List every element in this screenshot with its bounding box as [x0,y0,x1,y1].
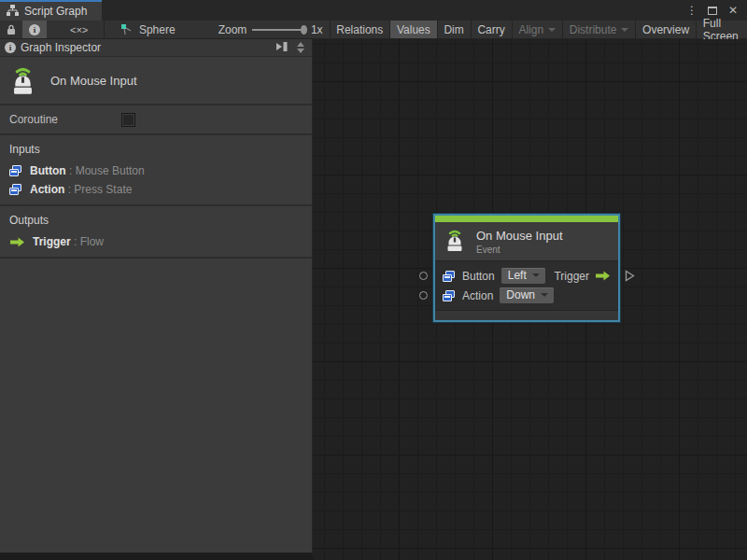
lock-icon[interactable] [0,21,22,38]
zoom-value: 1x [307,21,330,38]
output-port[interactable] [625,269,635,286]
on-mouse-input-node[interactable]: On Mouse Input Event Button Left Trigger [433,214,620,322]
node-title: On Mouse Input [476,229,563,243]
node-footer [435,310,618,320]
toolbar-divider [104,21,105,38]
full-screen-button[interactable]: Full Screen [697,21,747,38]
inputs-section: Inputs Button : Mouse Button Action : Pr… [0,135,312,206]
chevron-down-icon [541,293,548,297]
chevron-down-icon [548,28,556,32]
script-graph-window: Script Graph ⋮ ✕ i <×> Sphere Zoom [0,0,747,560]
inspector-empty-area [0,259,312,550]
target-object-label: Sphere [139,23,176,36]
mouse-input-icon [443,227,467,256]
code-preview-icon[interactable]: <×> [63,21,94,38]
graph-icon [7,5,19,19]
dim-button[interactable]: Dim [437,21,470,38]
inspector-header: i Graph Inspector [0,39,312,57]
inspector-title: Graph Inspector [21,41,101,54]
graph-inspector-panel: i Graph Inspector [0,39,313,555]
outputs-section: Outputs Trigger : Flow [0,206,312,259]
tab-script-graph[interactable]: Script Graph [0,0,102,21]
info-toggle-button[interactable]: i [22,21,47,38]
zoom-slider[interactable] [252,29,305,31]
chevron-down-icon [297,49,304,53]
graph-pointer-icon [120,23,133,35]
target-object-button[interactable]: Sphere [114,21,182,38]
zoom-label: Zoom [212,21,247,38]
flow-arrow-icon [595,271,611,281]
coroutine-label: Coroutine [9,113,121,126]
overview-button[interactable]: Overview [636,21,696,38]
list-item: Trigger : Flow [0,232,312,251]
values-button[interactable]: Values [390,21,437,38]
info-icon: i [29,24,40,35]
carry-button[interactable]: Carry [471,21,511,38]
tab-strip: Script Graph ⋮ ✕ [0,0,747,21]
node-row-button: Button Left Trigger [435,266,618,286]
align-button[interactable]: Align [512,21,562,38]
chevron-down-icon [621,28,628,32]
action-value-dropdown[interactable]: Down [500,287,554,303]
node-row-action: Action Down [435,286,618,305]
dock-panel-icon[interactable] [275,41,289,55]
chevron-up-icon [297,42,304,47]
value-port-icon [443,271,456,282]
mouse-input-icon [7,63,38,98]
chevron-down-icon [532,273,540,277]
zoom-slider-handle[interactable] [301,25,307,35]
input-port[interactable] [419,291,428,300]
trigger-label: Trigger [554,270,589,283]
value-port-icon [9,184,22,195]
relations-button[interactable]: Relations [330,21,389,38]
outputs-header: Outputs [0,214,312,232]
menu-icon[interactable]: ⋮ [684,2,700,19]
node-subtitle: Event [476,245,563,255]
inspected-node-summary: On Mouse Input [0,57,312,105]
toolbar: i <×> Sphere Zoom 1x Relations Values Di… [0,21,747,39]
node-accent-bar [435,216,618,222]
port-label: Button [462,270,495,283]
panel-spinner[interactable] [294,41,307,54]
distribute-button[interactable]: Distribute [563,21,636,38]
button-value-dropdown[interactable]: Left [501,268,545,284]
coroutine-checkbox[interactable] [121,113,135,127]
node-body: Button Left Trigger [435,261,618,310]
flow-arrow-icon [9,237,25,247]
list-item: Button : Mouse Button [0,161,312,180]
value-port-icon [443,290,456,301]
inspected-node-title: On Mouse Input [50,74,137,88]
input-port[interactable] [419,272,428,280]
port-label: Action [462,289,493,302]
info-icon: i [5,42,16,53]
list-item: Action : Press State [0,180,312,199]
coroutine-row: Coroutine [0,105,312,135]
node-header[interactable]: On Mouse Input Event [435,222,618,261]
graph-canvas[interactable]: On Mouse Input Event Button Left Trigger [313,39,747,560]
inputs-header: Inputs [0,143,312,161]
tab-title: Script Graph [24,5,87,18]
value-port-icon [9,165,22,176]
